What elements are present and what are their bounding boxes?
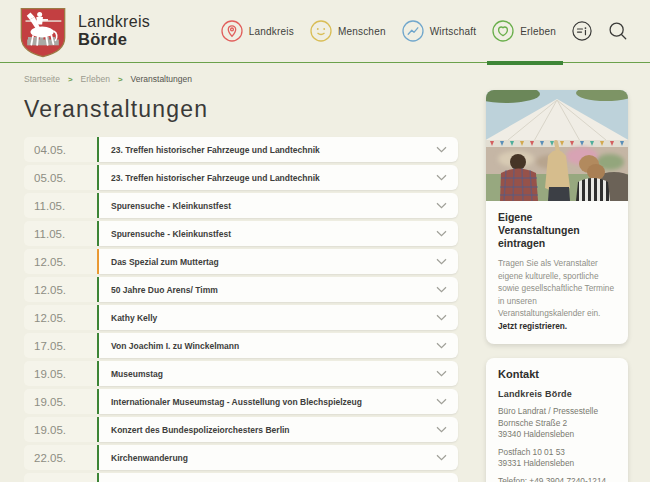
- page: Landkreis Börde Landkreis: [0, 0, 650, 482]
- event-row: 11.05. Spurensuche - Kleinkunstfest: [24, 221, 458, 246]
- chevron-down-icon: [436, 426, 447, 433]
- event-date: 12.05.: [24, 277, 97, 302]
- event-date: 12.05.: [24, 249, 97, 274]
- content: Veranstaltungen 04.05. 23. Treffen histo…: [0, 88, 650, 482]
- event-title: 23. Treffen historischer Fahrzeuge und L…: [111, 145, 320, 155]
- breadcrumb-separator: >: [68, 75, 73, 84]
- trend-line-icon: [402, 20, 424, 42]
- search-icon: [608, 21, 628, 41]
- event-date: 19.05.: [24, 417, 97, 442]
- event-date: 11.05.: [24, 193, 97, 218]
- event-row: 19.05. Internationaler Museumstag - Auss…: [24, 389, 458, 414]
- event-row: 11.05. Spurensuche - Kleinkunstfest: [24, 193, 458, 218]
- contact-line: Telefon: +49 3904 7240-1214: [498, 476, 616, 482]
- breadcrumb-startseite[interactable]: Startseite: [24, 74, 60, 84]
- event-row: 19.05. Konzert des Bundespolizeiorcheste…: [24, 417, 458, 442]
- contact-line: Bornsche Straße 2: [498, 418, 616, 430]
- event-title: Von Joachim I. zu Winckelmann: [111, 341, 239, 351]
- nav-label: Erleben: [520, 26, 556, 37]
- header: Landkreis Börde Landkreis: [0, 0, 650, 63]
- event-card[interactable]: 23. Treffen historischer Fahrzeuge und L…: [99, 137, 458, 162]
- event-card[interactable]: Hera Lind live: [99, 473, 458, 482]
- register-link[interactable]: Jetzt registrieren.: [498, 321, 567, 331]
- nav-item-landkreis[interactable]: Landkreis: [221, 0, 294, 62]
- event-card[interactable]: Das Spezial zum Muttertag: [99, 249, 458, 274]
- event-title: Konzert des Bundespolizeiorchesters Berl…: [111, 425, 290, 435]
- event-row: 04.05. 23. Treffen historischer Fahrzeug…: [24, 137, 458, 162]
- easy-language-icon: [572, 21, 592, 41]
- event-row: 17.05. Von Joachim I. zu Winckelmann: [24, 333, 458, 358]
- event-card[interactable]: 50 Jahre Duo Arens/ Timm: [99, 277, 458, 302]
- logo-line1: Landkreis: [78, 13, 150, 30]
- event-title: Kathy Kelly: [111, 313, 157, 323]
- event-row: 12.05. Das Spezial zum Muttertag: [24, 249, 458, 274]
- contact-heading: Kontakt: [498, 368, 616, 380]
- contact-group: Telefon: +49 3904 7240-1214Fax: +49 3904…: [498, 476, 616, 482]
- breadcrumb-current: Veranstaltungen: [131, 74, 192, 84]
- logo-text: Landkreis Börde: [78, 13, 150, 48]
- contact-group: Postfach 10 01 5339331 Haldensleben: [498, 447, 616, 470]
- event-title: 23. Treffen historischer Fahrzeuge und L…: [111, 173, 320, 183]
- event-title: 50 Jahre Duo Arens/ Timm: [111, 285, 218, 295]
- contact-line: Büro Landrat / Pressestelle: [498, 406, 616, 418]
- promo-body-text: Tragen Sie als Veranstalter eigene kultu…: [498, 258, 614, 318]
- chevron-down-icon: [436, 146, 447, 153]
- event-date: 04.05.: [24, 137, 97, 162]
- map-pin-icon: [221, 20, 243, 42]
- promo-heading: Eigene Veranstaltungen eintragen: [498, 211, 616, 250]
- sidebar: Eigene Veranstaltungen eintragen Tragen …: [486, 90, 628, 482]
- event-row: 22.05. Kirchenwanderung: [24, 445, 458, 470]
- nav-item-erleben[interactable]: Erleben: [492, 0, 556, 62]
- logo[interactable]: Landkreis Börde: [18, 0, 150, 62]
- contact-card: Kontakt Landkreis Börde Büro Landrat / P…: [486, 358, 628, 482]
- promo-card: Eigene Veranstaltungen eintragen Tragen …: [486, 90, 628, 344]
- main-nav: Landkreis Menschen: [221, 0, 628, 62]
- logo-line2: Börde: [78, 31, 150, 49]
- contact-name: Landkreis Börde: [498, 389, 616, 399]
- nav-label: Wirtschaft: [430, 26, 476, 37]
- chevron-down-icon: [436, 174, 447, 181]
- event-date: 05.05.: [24, 165, 97, 190]
- chevron-down-icon: [436, 342, 447, 349]
- coat-of-arms-icon: [18, 4, 68, 58]
- event-card[interactable]: Konzert des Bundespolizeiorchesters Berl…: [99, 417, 458, 442]
- nav-item-wirtschaft[interactable]: Wirtschaft: [402, 0, 476, 62]
- event-date: 22.05.: [24, 445, 97, 470]
- breadcrumb-separator: >: [118, 75, 123, 84]
- event-date: 12.05.: [24, 305, 97, 330]
- nav-item-menschen[interactable]: Menschen: [310, 0, 386, 62]
- event-title: Spurensuche - Kleinkunstfest: [111, 201, 231, 211]
- event-card[interactable]: Kirchenwanderung: [99, 445, 458, 470]
- nav-label: Menschen: [338, 26, 386, 37]
- event-row: 12.05. Kathy Kelly: [24, 305, 458, 330]
- contact-line: 39331 Haldensleben: [498, 458, 616, 470]
- event-card[interactable]: Internationaler Museumstag - Ausstellung…: [99, 389, 458, 414]
- event-list: 04.05. 23. Treffen historischer Fahrzeug…: [24, 137, 458, 482]
- chevron-down-icon: [436, 258, 447, 265]
- event-date: 19.05.: [24, 361, 97, 386]
- event-title: Spurensuche - Kleinkunstfest: [111, 229, 231, 239]
- search-button[interactable]: [608, 21, 628, 41]
- chevron-down-icon: [436, 202, 447, 209]
- festival-photo: [486, 90, 628, 201]
- event-row: 19.05. Museumstag: [24, 361, 458, 386]
- event-card[interactable]: 23. Treffen historischer Fahrzeuge und L…: [99, 165, 458, 190]
- smiley-icon: [310, 20, 332, 42]
- event-date: 23.05.: [24, 473, 97, 482]
- event-card[interactable]: Spurensuche - Kleinkunstfest: [99, 193, 458, 218]
- promo-text: Eigene Veranstaltungen eintragen Tragen …: [486, 201, 628, 344]
- event-card[interactable]: Spurensuche - Kleinkunstfest: [99, 221, 458, 246]
- contact-group: Büro Landrat / PressestelleBornsche Stra…: [498, 406, 616, 441]
- event-card[interactable]: Kathy Kelly: [99, 305, 458, 330]
- page-title: Veranstaltungen: [24, 96, 458, 123]
- event-card[interactable]: Von Joachim I. zu Winckelmann: [99, 333, 458, 358]
- breadcrumb-erleben[interactable]: Erleben: [81, 74, 110, 84]
- main-column: Veranstaltungen 04.05. 23. Treffen histo…: [24, 88, 458, 482]
- event-card[interactable]: Museumstag: [99, 361, 458, 386]
- event-date: 17.05.: [24, 333, 97, 358]
- easy-language-button[interactable]: [572, 21, 592, 41]
- event-row: 23.05. Hera Lind live: [24, 473, 458, 482]
- chevron-down-icon: [436, 314, 447, 321]
- contact-line: Postfach 10 01 53: [498, 447, 616, 459]
- breadcrumb: Startseite > Erleben > Veranstaltungen: [0, 63, 650, 84]
